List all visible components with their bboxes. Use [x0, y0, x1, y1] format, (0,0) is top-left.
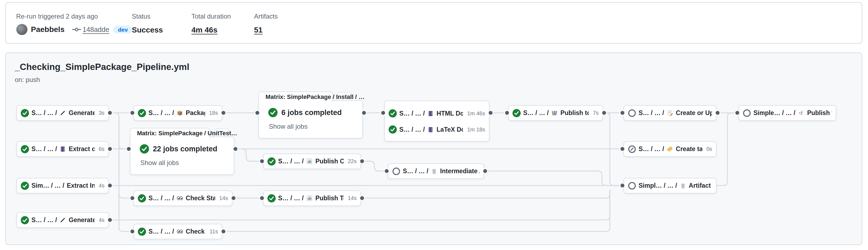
- success-icon: [138, 194, 146, 203]
- job-prefix: S… / … /: [149, 194, 174, 202]
- workflow-title: _Checking_SimplePackage_Pipeline.yml: [15, 62, 189, 72]
- memo-icon: [666, 110, 673, 116]
- job-prefix: S… / … /: [523, 109, 549, 117]
- job-prefix: S… / … /: [31, 145, 57, 153]
- job-title: Create or Update R…: [676, 109, 712, 117]
- matrix-unittest-card[interactable]: 22 jobs completed Show all jobs: [130, 137, 235, 175]
- job-title: Check docume…: [186, 228, 206, 235]
- job-node-extract-information[interactable]: Sim… / … / Extract Information 4s: [17, 178, 109, 193]
- rerun-label: Re-run triggered 2 days ago: [16, 12, 98, 20]
- status-label: Status: [132, 12, 150, 20]
- job-prefix: S… / … /: [278, 194, 304, 202]
- success-icon: [138, 109, 146, 117]
- job-node-create-tag[interactable]: S… / … / Create tag '${{ in… 0s: [623, 141, 716, 157]
- job-title: Artifact Cleanup: [689, 182, 712, 189]
- success-icon: [389, 109, 397, 117]
- success-icon: [140, 144, 149, 153]
- job-node-publish-to-gh-pages[interactable]: S… / … / Publish to GH-P… 7s: [508, 105, 603, 121]
- job-row-html-documentation[interactable]: S… / … / HTML Docu… 1m 46s: [389, 106, 485, 121]
- workflow-trigger: on: push: [15, 76, 40, 83]
- job-title: Check Static Ty…: [186, 194, 215, 202]
- job-node-publish-code-coverage[interactable]: S… / … / Publish Code C… 22s: [263, 153, 361, 169]
- job-duration: 6s: [97, 146, 104, 152]
- job-node-intermediate-artifact-cleanup[interactable]: S… / … / Intermediate Artifa…: [388, 164, 484, 179]
- job-node-package-in-source[interactable]: S… / … / Package in Sou… 18s: [133, 105, 222, 121]
- branch-badge[interactable]: dev: [114, 26, 132, 34]
- job-title: Generate pipelin…: [69, 109, 95, 117]
- matrix-summary-row: 22 jobs completed: [140, 144, 217, 153]
- book-icon: [427, 110, 434, 117]
- job-duration: 18s: [208, 110, 218, 116]
- book-icon: [427, 126, 434, 133]
- job-node-create-or-update-release[interactable]: S… / … / Create or Update R…: [623, 105, 716, 121]
- job-node-generate-pipeline-2[interactable]: S… / … / Generate pipelin… 4s: [17, 212, 109, 228]
- workflow-run-page: { "run_header": { "rerun_label": "Re-run…: [0, 0, 868, 250]
- pending-icon: [628, 182, 636, 190]
- job-title: Publish to GH-P…: [560, 109, 589, 117]
- eyes-icon: [176, 228, 183, 235]
- book-icon: [59, 146, 66, 152]
- job-prefix: Simple… / … /: [753, 109, 795, 117]
- artifacts-count-link[interactable]: 51: [254, 26, 262, 34]
- git-commit-icon: [72, 27, 81, 33]
- job-prefix: S… / … /: [31, 216, 57, 224]
- books-icon: [551, 110, 558, 116]
- job-row-latex-documentation[interactable]: S… / … / LaTeX Docu… 1m 18s: [389, 122, 485, 137]
- job-title: Generate pipelin…: [69, 216, 95, 224]
- actor-name: Paebbels: [31, 25, 65, 34]
- job-title: LaTeX Docu…: [436, 126, 463, 133]
- pending-icon: [392, 167, 400, 175]
- success-icon: [21, 216, 29, 224]
- job-prefix: S… / … /: [31, 109, 57, 117]
- show-all-jobs-link[interactable]: Show all jobs: [140, 159, 179, 167]
- run-summary-card: Re-run triggered 2 days ago Status Total…: [5, 2, 862, 44]
- commit-sha-link[interactable]: 148adde: [83, 26, 109, 34]
- chart-icon: [306, 158, 313, 165]
- job-node-artifact-cleanup[interactable]: Simpl… / … / Artifact Cleanup: [623, 178, 716, 193]
- pending-icon: [743, 109, 751, 117]
- show-all-jobs-link[interactable]: Show all jobs: [269, 123, 307, 130]
- job-duration: 14s: [218, 195, 228, 201]
- success-icon: [21, 109, 29, 117]
- job-duration: 1m 18s: [465, 127, 485, 133]
- success-icon: [268, 157, 276, 166]
- job-prefix: S… / … /: [149, 109, 174, 117]
- job-title: Create tag '${{ in…: [676, 145, 702, 153]
- job-prefix: S… / … /: [639, 109, 664, 117]
- job-node-check-static-types[interactable]: S… / … / Check Static Ty… 14s: [133, 190, 232, 206]
- duration-value: 4m 46s: [191, 26, 217, 34]
- rocket-icon: [798, 110, 805, 116]
- job-node-extract-configuration[interactable]: S… / … / Extract configur… 6s: [17, 141, 109, 157]
- duration-label: Total duration: [191, 12, 231, 20]
- skipped-icon: [628, 145, 636, 153]
- matrix-unittest-tab[interactable]: Matrix: SimplePackage / UnitTest…: [130, 128, 210, 138]
- job-prefix: S… / … /: [639, 145, 664, 153]
- job-node-publish-test-results[interactable]: S… / … / Publish Test Re… 14s: [263, 190, 361, 206]
- job-title: Publish Test Re…: [315, 194, 343, 202]
- job-duration: 4s: [97, 217, 104, 223]
- job-title: Publish Code C…: [315, 158, 343, 165]
- job-node-publish-to-pypi[interactable]: Simple… / … / Publish to PyPI: [738, 105, 836, 121]
- job-duration: 14s: [346, 195, 356, 201]
- success-icon: [513, 109, 521, 117]
- matrix-tab-label: Matrix: SimplePackage / Install / …: [266, 94, 365, 101]
- job-duration: 0s: [705, 146, 712, 152]
- job-node-check-documentation[interactable]: S… / … / Check docume… 11s: [133, 224, 222, 239]
- tag-icon: [666, 146, 673, 152]
- job-prefix: Simpl… / … /: [639, 182, 677, 189]
- matrix-summary: 22 jobs completed: [153, 145, 217, 153]
- success-icon: [21, 145, 29, 153]
- job-duration: 4s: [97, 182, 104, 189]
- job-node-generate-pipeline-1[interactable]: S… / … / Generate pipelin… 3s: [17, 105, 109, 121]
- matrix-summary-row: 6 jobs completed: [268, 108, 342, 117]
- actor-row: Paebbels 148adde dev: [16, 24, 132, 36]
- job-duration: 3s: [97, 110, 104, 116]
- avatar: [16, 24, 28, 35]
- matrix-install-tab[interactable]: Matrix: SimplePackage / Install / …: [258, 92, 333, 102]
- job-title: Package in Sou…: [186, 109, 205, 117]
- job-duration: 11s: [208, 228, 218, 235]
- job-title: Publish to PyPI: [807, 109, 832, 117]
- documentation-group-card[interactable]: S… / … / HTML Docu… 1m 46s S… / … / LaTe…: [384, 101, 490, 142]
- artifacts-label: Artifacts: [254, 12, 278, 20]
- matrix-install-card[interactable]: 6 jobs completed Show all jobs: [258, 100, 363, 139]
